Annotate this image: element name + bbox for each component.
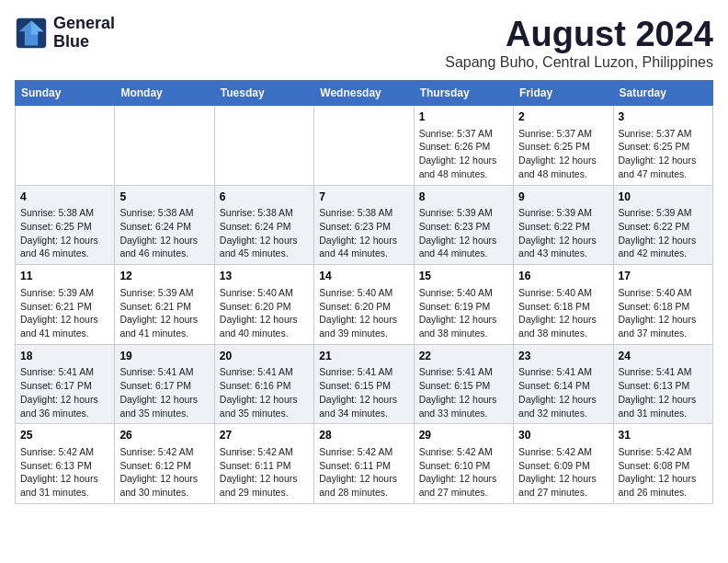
week-row-4: 18Sunrise: 5:41 AM Sunset: 6:17 PM Dayli… [16, 344, 713, 424]
day-number: 22 [419, 349, 508, 364]
day-info: Sunrise: 5:41 AM Sunset: 6:14 PM Dayligh… [518, 365, 608, 419]
calendar-cell: 27Sunrise: 5:42 AM Sunset: 6:11 PM Dayli… [214, 424, 313, 504]
day-number: 13 [220, 269, 309, 284]
calendar-cell: 9Sunrise: 5:39 AM Sunset: 6:22 PM Daylig… [514, 185, 613, 265]
day-number: 1 [419, 109, 508, 125]
day-info: Sunrise: 5:39 AM Sunset: 6:22 PM Dayligh… [518, 206, 608, 260]
subtitle: Sapang Buho, Central Luzon, Philippines [445, 54, 713, 71]
logo: General Blue [15, 15, 115, 52]
day-info: Sunrise: 5:40 AM Sunset: 6:18 PM Dayligh… [619, 286, 708, 340]
day-number: 2 [518, 109, 608, 125]
calendar-cell: 24Sunrise: 5:41 AM Sunset: 6:13 PM Dayli… [613, 344, 712, 424]
day-number: 9 [518, 190, 608, 205]
week-row-5: 25Sunrise: 5:42 AM Sunset: 6:13 PM Dayli… [16, 424, 713, 504]
day-info: Sunrise: 5:37 AM Sunset: 6:25 PM Dayligh… [619, 127, 708, 181]
day-number: 26 [119, 428, 209, 443]
day-number: 8 [419, 190, 508, 205]
day-number: 17 [619, 269, 708, 284]
calendar-cell: 29Sunrise: 5:42 AM Sunset: 6:10 PM Dayli… [414, 424, 513, 504]
day-info: Sunrise: 5:40 AM Sunset: 6:20 PM Dayligh… [319, 286, 408, 340]
calendar-cell: 6Sunrise: 5:38 AM Sunset: 6:24 PM Daylig… [214, 185, 313, 265]
day-info: Sunrise: 5:41 AM Sunset: 6:15 PM Dayligh… [419, 365, 508, 419]
col-header-saturday: Saturday [613, 81, 712, 106]
calendar-cell: 11Sunrise: 5:39 AM Sunset: 6:21 PM Dayli… [16, 265, 115, 345]
calendar-cell: 4Sunrise: 5:38 AM Sunset: 6:25 PM Daylig… [16, 185, 115, 265]
calendar-cell: 3Sunrise: 5:37 AM Sunset: 6:25 PM Daylig… [613, 106, 712, 186]
day-number: 5 [119, 190, 209, 205]
calendar-cell: 28Sunrise: 5:42 AM Sunset: 6:11 PM Dayli… [314, 424, 414, 504]
day-number: 6 [220, 190, 309, 205]
calendar-cell: 12Sunrise: 5:39 AM Sunset: 6:21 PM Dayli… [115, 265, 214, 345]
day-info: Sunrise: 5:42 AM Sunset: 6:11 PM Dayligh… [319, 445, 408, 500]
day-info: Sunrise: 5:37 AM Sunset: 6:26 PM Dayligh… [419, 127, 508, 181]
day-info: Sunrise: 5:39 AM Sunset: 6:23 PM Dayligh… [419, 206, 508, 260]
day-number: 31 [619, 428, 708, 443]
calendar-cell: 1Sunrise: 5:37 AM Sunset: 6:26 PM Daylig… [414, 106, 513, 186]
calendar-cell: 5Sunrise: 5:38 AM Sunset: 6:24 PM Daylig… [115, 185, 214, 265]
calendar-cell [214, 106, 313, 186]
day-info: Sunrise: 5:42 AM Sunset: 6:11 PM Dayligh… [220, 445, 309, 500]
calendar-cell: 31Sunrise: 5:42 AM Sunset: 6:08 PM Dayli… [613, 424, 712, 504]
day-number: 16 [518, 269, 608, 284]
day-number: 18 [20, 349, 109, 364]
day-info: Sunrise: 5:40 AM Sunset: 6:20 PM Dayligh… [220, 286, 309, 340]
day-number: 23 [518, 349, 608, 364]
day-info: Sunrise: 5:38 AM Sunset: 6:25 PM Dayligh… [20, 206, 109, 260]
col-header-friday: Friday [514, 81, 613, 106]
day-info: Sunrise: 5:42 AM Sunset: 6:08 PM Dayligh… [619, 445, 708, 500]
calendar-cell: 2Sunrise: 5:37 AM Sunset: 6:25 PM Daylig… [514, 106, 613, 186]
logo-icon [15, 17, 48, 50]
logo-line1: General [53, 15, 115, 33]
day-info: Sunrise: 5:40 AM Sunset: 6:19 PM Dayligh… [419, 286, 508, 340]
week-row-3: 11Sunrise: 5:39 AM Sunset: 6:21 PM Dayli… [16, 265, 713, 345]
day-info: Sunrise: 5:39 AM Sunset: 6:22 PM Dayligh… [619, 206, 708, 260]
day-info: Sunrise: 5:39 AM Sunset: 6:21 PM Dayligh… [20, 286, 109, 340]
day-info: Sunrise: 5:38 AM Sunset: 6:24 PM Dayligh… [119, 206, 209, 260]
day-info: Sunrise: 5:42 AM Sunset: 6:13 PM Dayligh… [20, 445, 109, 500]
col-header-thursday: Thursday [414, 81, 513, 106]
calendar-cell: 17Sunrise: 5:40 AM Sunset: 6:18 PM Dayli… [613, 265, 712, 345]
day-info: Sunrise: 5:42 AM Sunset: 6:12 PM Dayligh… [119, 445, 209, 500]
day-number: 21 [319, 349, 408, 364]
day-info: Sunrise: 5:41 AM Sunset: 6:17 PM Dayligh… [20, 365, 109, 419]
calendar-cell: 16Sunrise: 5:40 AM Sunset: 6:18 PM Dayli… [514, 265, 613, 345]
day-number: 28 [319, 428, 408, 443]
calendar-cell: 13Sunrise: 5:40 AM Sunset: 6:20 PM Dayli… [214, 265, 313, 345]
calendar-cell: 10Sunrise: 5:39 AM Sunset: 6:22 PM Dayli… [613, 185, 712, 265]
day-number: 12 [119, 269, 209, 284]
logo-line2: Blue [53, 33, 115, 52]
calendar-cell: 15Sunrise: 5:40 AM Sunset: 6:19 PM Dayli… [414, 265, 513, 345]
calendar-cell: 19Sunrise: 5:41 AM Sunset: 6:17 PM Dayli… [115, 344, 214, 424]
calendar-cell: 25Sunrise: 5:42 AM Sunset: 6:13 PM Dayli… [16, 424, 115, 504]
day-number: 7 [319, 190, 408, 205]
calendar-table: SundayMondayTuesdayWednesdayThursdayFrid… [15, 80, 713, 504]
week-row-2: 4Sunrise: 5:38 AM Sunset: 6:25 PM Daylig… [16, 185, 713, 265]
day-number: 27 [220, 428, 309, 443]
calendar-cell: 22Sunrise: 5:41 AM Sunset: 6:15 PM Dayli… [414, 344, 513, 424]
day-number: 30 [518, 428, 608, 443]
day-number: 10 [619, 190, 708, 205]
col-header-tuesday: Tuesday [214, 81, 313, 106]
day-number: 4 [20, 190, 109, 205]
page-header: General Blue August 2024 Sapang Buho, Ce… [15, 15, 713, 71]
calendar-cell [16, 106, 115, 186]
calendar-cell: 23Sunrise: 5:41 AM Sunset: 6:14 PM Dayli… [514, 344, 613, 424]
calendar-cell: 7Sunrise: 5:38 AM Sunset: 6:23 PM Daylig… [314, 185, 414, 265]
calendar-cell: 18Sunrise: 5:41 AM Sunset: 6:17 PM Dayli… [16, 344, 115, 424]
col-header-sunday: Sunday [16, 81, 115, 106]
day-info: Sunrise: 5:41 AM Sunset: 6:17 PM Dayligh… [119, 365, 209, 419]
day-number: 15 [419, 269, 508, 284]
day-info: Sunrise: 5:38 AM Sunset: 6:23 PM Dayligh… [319, 206, 408, 260]
col-header-wednesday: Wednesday [314, 81, 414, 106]
day-info: Sunrise: 5:41 AM Sunset: 6:15 PM Dayligh… [319, 365, 408, 419]
day-info: Sunrise: 5:38 AM Sunset: 6:24 PM Dayligh… [220, 206, 309, 260]
main-title: August 2024 [445, 15, 713, 54]
day-number: 24 [619, 349, 708, 364]
day-info: Sunrise: 5:41 AM Sunset: 6:13 PM Dayligh… [619, 365, 708, 419]
calendar-cell: 20Sunrise: 5:41 AM Sunset: 6:16 PM Dayli… [214, 344, 313, 424]
day-info: Sunrise: 5:37 AM Sunset: 6:25 PM Dayligh… [518, 127, 608, 181]
col-header-monday: Monday [115, 81, 214, 106]
day-number: 14 [319, 269, 408, 284]
day-info: Sunrise: 5:40 AM Sunset: 6:18 PM Dayligh… [518, 286, 608, 340]
title-block: August 2024 Sapang Buho, Central Luzon, … [445, 15, 713, 71]
